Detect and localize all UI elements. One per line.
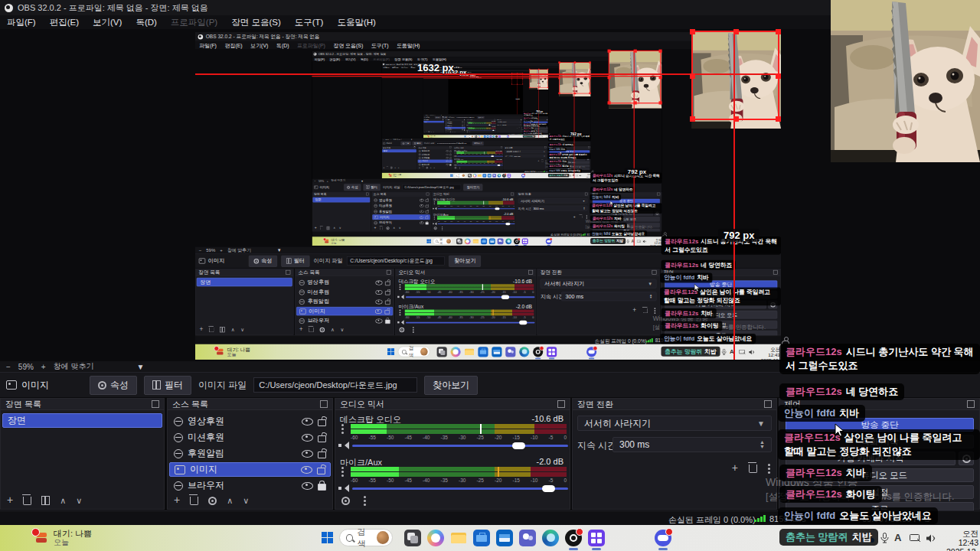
add-transition-button[interactable] — [732, 463, 738, 474]
popout-icon[interactable] — [557, 400, 565, 408]
audio-mixer-panel: 오디오 믹서 데스크탑 오디오 -10.6 dB -60-55-50-45-40… — [335, 398, 570, 510]
source-row[interactable]: 영상후원 — [169, 414, 331, 429]
transitions-panel: 장면 전환 서서히 사라지기▼ 지속 시간 300 ms ▲▼ — [572, 398, 777, 510]
meter-tick: -15 — [513, 478, 520, 483]
visibility-icon[interactable] — [301, 466, 312, 474]
menu-tools[interactable]: 도구(T) — [288, 17, 331, 28]
source-row[interactable]: 미션후원 — [169, 430, 331, 445]
meter-tick: 0 — [564, 435, 567, 440]
browser-source-icon — [174, 481, 183, 491]
remove-scene-button[interactable] — [23, 497, 31, 505]
source-row[interactable]: 브라우저 — [169, 478, 331, 493]
menu-docks[interactable]: 독(D) — [129, 17, 163, 28]
menu-help[interactable]: 도움말(H) — [330, 17, 382, 28]
sources-panel: 소스 목록 영상후원 미션후원 후원알림 이미지 브라우저 ∧ ∨ — [167, 398, 333, 510]
scene-up-button[interactable]: ∧ — [60, 497, 66, 504]
teams-icon[interactable] — [519, 530, 536, 546]
browse-button[interactable]: 찾아보기 — [424, 376, 478, 395]
popout-icon[interactable] — [967, 400, 975, 408]
properties-button[interactable]: 속성 — [90, 376, 137, 395]
meter-tick: 0 — [564, 478, 567, 483]
outlook-icon[interactable] — [496, 530, 513, 546]
add-scene-button[interactable] — [7, 495, 13, 506]
spinner-arrows[interactable]: ▲▼ — [760, 440, 765, 449]
discord-icon[interactable] — [655, 530, 671, 546]
source-row-selected[interactable]: 이미지 — [169, 462, 331, 477]
menu-file[interactable]: 파일(F) — [0, 17, 43, 28]
popout-icon[interactable] — [764, 400, 772, 408]
dropped-frames: 손실된 프레임 0 (0.0%) — [668, 514, 756, 526]
image-path-input[interactable] — [253, 377, 417, 393]
visibility-icon[interactable] — [302, 482, 313, 490]
chevron-down-icon: ▼ — [757, 419, 765, 428]
channel-level: -2.0 dB — [537, 457, 564, 466]
volume-slider[interactable] — [338, 442, 568, 449]
mic-tray-icon[interactable] — [880, 533, 889, 546]
popout-icon[interactable] — [152, 400, 159, 408]
weather-widget-icon[interactable] — [34, 530, 50, 546]
search-box[interactable]: 검색 — [339, 529, 393, 546]
menu-profile[interactable]: 프로파일(P) — [164, 17, 224, 28]
remove-source-button[interactable] — [190, 497, 198, 505]
fit-window-label[interactable]: 창에 맞추기 — [54, 361, 94, 372]
ime-indicator[interactable]: A — [894, 532, 901, 543]
lock-icon[interactable] — [318, 419, 326, 426]
taskbar-widget[interactable]: 대기: 나쁨 오늘 — [54, 529, 92, 547]
volume-slider[interactable] — [338, 484, 568, 492]
copilot-icon[interactable] — [427, 530, 444, 546]
search-icon — [346, 534, 353, 542]
scene-down-button[interactable]: ∨ — [76, 497, 82, 504]
zoom-in-button[interactable]: + — [41, 363, 46, 371]
mixer-settings-icon[interactable] — [341, 497, 350, 505]
briefcase-app-icon[interactable] — [473, 530, 490, 546]
meter-tick: -5 — [549, 435, 554, 440]
popout-icon[interactable] — [320, 400, 328, 408]
display-tray-icon[interactable] — [910, 533, 921, 545]
source-properties-button[interactable] — [208, 497, 217, 505]
scene-item[interactable]: 장면 — [2, 413, 162, 428]
taskbar-clock[interactable]: 오전 12:432025-12-16 — [940, 529, 978, 551]
image-source-icon — [175, 465, 185, 474]
slider-handle[interactable] — [512, 442, 525, 449]
speaker-icon[interactable] — [338, 484, 348, 492]
file-explorer-icon[interactable] — [450, 530, 467, 546]
lock-icon[interactable] — [317, 468, 325, 474]
slider-handle[interactable] — [542, 485, 555, 492]
filters-button[interactable]: 필터 — [144, 376, 191, 395]
meter-tick: -50 — [387, 478, 394, 483]
volume-tray-icon[interactable] — [926, 533, 937, 545]
obs-taskbar-icon[interactable] — [565, 530, 582, 546]
mixer-menu-icon[interactable] — [364, 496, 366, 506]
start-button[interactable] — [322, 532, 334, 544]
source-row[interactable]: 후원알림 — [169, 446, 331, 461]
duration-spinbox[interactable]: 300 ms ▲▼ — [612, 437, 772, 452]
lock-icon[interactable] — [318, 435, 326, 442]
menu-view[interactable]: 보기(V) — [86, 17, 129, 28]
visibility-icon[interactable] — [302, 434, 313, 442]
add-source-button[interactable] — [174, 495, 180, 506]
remove-transition-button[interactable] — [749, 465, 757, 473]
zoom-out-button[interactable]: − — [6, 363, 11, 371]
lock-icon[interactable] — [318, 484, 326, 491]
scene-filters-button[interactable] — [41, 496, 50, 505]
mixer-title: 오디오 믹서 — [340, 399, 384, 410]
source-up-button[interactable]: ∧ — [227, 497, 233, 504]
meter-tick: -10 — [531, 478, 537, 483]
speaker-icon[interactable] — [338, 442, 348, 449]
source-selection-rect[interactable] — [691, 31, 779, 120]
menu-edit[interactable]: 편집(E) — [43, 17, 86, 28]
visibility-icon[interactable] — [302, 418, 313, 425]
visibility-icon[interactable] — [302, 450, 313, 458]
source-down-button[interactable]: ∨ — [243, 497, 249, 504]
active-app-indicator — [569, 548, 578, 550]
meter-tick: -50 — [387, 435, 394, 440]
grid-app-icon[interactable] — [588, 530, 605, 546]
lock-icon[interactable] — [318, 452, 326, 458]
menu-scene-collection[interactable]: 장면 모음(S) — [224, 17, 288, 28]
task-view-icon[interactable] — [404, 530, 421, 546]
meter-tick: -55 — [369, 478, 376, 483]
edge-icon[interactable] — [542, 530, 559, 546]
transition-select[interactable]: 서서히 사라지기▼ — [577, 416, 772, 431]
transition-menu-icon[interactable] — [768, 464, 770, 474]
zoom-dropdown-caret[interactable]: ▼ — [136, 363, 144, 371]
